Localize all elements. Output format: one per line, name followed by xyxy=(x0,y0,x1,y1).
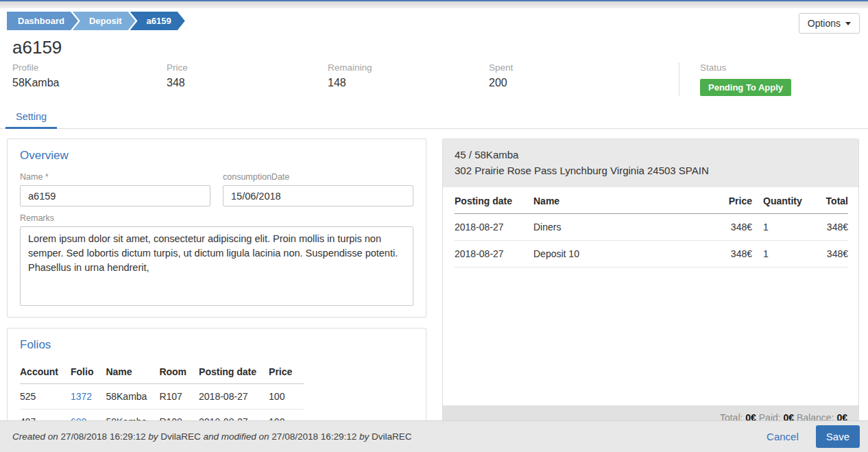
stat-spent-value: 200 xyxy=(489,77,679,89)
charges-table-row: 2018-08-27 Deposit 10 348€ 1 348€ xyxy=(455,240,848,267)
charges-panel-header: 45 / 58Kamba 302 Prairie Rose Pass Lynch… xyxy=(443,139,858,187)
audit-modified-prefix: and modified on xyxy=(204,431,269,442)
remarks-label: Remarks xyxy=(20,213,413,223)
stat-spent-label: Spent xyxy=(489,62,679,77)
remarks-field-group: Remarks Lorem ipsum dolor sit amet, cons… xyxy=(20,213,413,306)
folios-col-name: Name xyxy=(106,361,159,384)
charges-col-name: Name xyxy=(533,189,704,214)
charge-quantity: 1 xyxy=(752,213,806,240)
folios-col-folio: Folio xyxy=(71,361,106,384)
stat-status: Status Pending To Apply xyxy=(679,62,856,96)
folios-col-price: Price xyxy=(269,361,304,384)
breadcrumb-item-current: a6159 xyxy=(130,12,185,30)
charges-header-row: Posting date Name Price Quantity Total xyxy=(455,189,848,214)
charges-col-total: Total xyxy=(806,189,848,214)
charges-col-posting-date: Posting date xyxy=(455,189,533,214)
stat-remaining: Remaining 148 xyxy=(328,62,489,89)
charge-name: Deposit 10 xyxy=(533,240,704,267)
charge-price: 348€ xyxy=(704,213,752,240)
charge-name: Diners xyxy=(533,213,704,240)
charges-panel-spacer xyxy=(443,267,858,406)
charges-col-price: Price xyxy=(704,189,752,214)
folios-heading: Folios xyxy=(20,338,413,352)
charge-posting-date: 2018-08-27 xyxy=(455,240,533,267)
overview-card: Overview Name * consumptionDate Remarks … xyxy=(7,139,426,318)
stat-spent: Spent 200 xyxy=(489,62,679,89)
breadcrumb-row: Dashboard Deposit a6159 Options xyxy=(0,8,868,36)
stat-profile-label: Profile xyxy=(12,62,167,77)
folios-col-room: Room xyxy=(159,361,199,384)
status-badge: Pending To Apply xyxy=(700,79,791,96)
stat-remaining-label: Remaining xyxy=(328,62,489,77)
stat-remaining-value: 148 xyxy=(328,77,489,89)
breadcrumb: Dashboard Deposit a6159 xyxy=(7,12,860,30)
consumption-date-input[interactable] xyxy=(223,185,413,206)
status-label: Status xyxy=(700,62,856,77)
charges-table: Posting date Name Price Quantity Total 2… xyxy=(455,189,848,267)
audit-created-user: DvilaREC xyxy=(160,431,201,442)
stat-profile-value: 58Kamba xyxy=(12,77,167,89)
folios-header-row: Account Folio Name Room Posting date Pri… xyxy=(20,361,304,384)
charges-table-row: 2018-08-27 Diners 348€ 1 348€ xyxy=(455,213,848,240)
remarks-textarea[interactable]: Lorem ipsum dolor sit amet, consectetur … xyxy=(20,226,413,306)
folio-name: 58Kamba xyxy=(106,384,159,409)
overview-row-1: Name * consumptionDate xyxy=(20,172,413,206)
tab-bar: Setting xyxy=(0,106,868,129)
charge-total: 348€ xyxy=(806,240,848,267)
audit-by-word: by xyxy=(148,431,158,442)
folio-number-link[interactable]: 1372 xyxy=(71,391,92,402)
name-field-group: Name * xyxy=(20,172,210,206)
stat-price-label: Price xyxy=(167,62,328,77)
audit-text: Created on 27/08/2018 16:29:12 by DvilaR… xyxy=(12,431,767,442)
header-stats: Profile 58Kamba Price 348 Remaining 148 … xyxy=(0,62,868,96)
audit-modified-user: DvilaREC xyxy=(372,431,412,442)
stat-price-value: 348 xyxy=(167,77,328,89)
charges-panel: 45 / 58Kamba 302 Prairie Rose Pass Lynch… xyxy=(442,139,859,431)
charge-price: 348€ xyxy=(704,240,752,267)
charges-col-quantity: Quantity xyxy=(752,189,806,214)
top-chrome-strip xyxy=(0,0,868,8)
breadcrumb-item-dashboard[interactable]: Dashboard xyxy=(7,12,78,30)
audit-by-word: by xyxy=(359,431,369,442)
profile-reference: 45 / 58Kamba xyxy=(455,147,847,163)
name-field-label: Name * xyxy=(20,172,210,182)
right-column: 45 / 58Kamba 302 Prairie Rose Pass Lynch… xyxy=(442,139,859,431)
folio-posting-date: 2018-08-27 xyxy=(199,384,269,409)
folios-col-posting-date: Posting date xyxy=(199,361,269,384)
name-input[interactable] xyxy=(20,185,210,206)
audit-created-datetime: 27/08/2018 16:29:12 xyxy=(61,431,146,442)
folio-account: 525 xyxy=(20,384,71,409)
breadcrumb-item-deposit[interactable]: Deposit xyxy=(73,12,136,30)
deposit-detail-page: Dashboard Deposit a6159 Options a6159 Pr… xyxy=(0,0,868,452)
audit-created-prefix: Created on xyxy=(12,431,58,442)
consumption-date-field-group: consumptionDate xyxy=(223,172,413,206)
save-button[interactable]: Save xyxy=(816,425,860,448)
folio-room: R107 xyxy=(159,384,199,409)
left-column: Overview Name * consumptionDate Remarks … xyxy=(7,139,426,452)
options-button-label: Options xyxy=(808,18,841,29)
bottom-action-bar: Created on 27/08/2018 16:29:12 by DvilaR… xyxy=(0,420,868,452)
audit-modified-datetime: 27/08/2018 16:29:12 xyxy=(272,431,357,442)
profile-address: 302 Prairie Rose Pass Lynchburg Virginia… xyxy=(455,163,847,178)
page-title: a6159 xyxy=(0,36,868,62)
charge-posting-date: 2018-08-27 xyxy=(455,213,533,240)
folios-table-row: 525 1372 58Kamba R107 2018-08-27 100 xyxy=(20,384,304,409)
chevron-down-icon xyxy=(845,22,851,25)
tab-setting[interactable]: Setting xyxy=(5,106,57,129)
main-content: Overview Name * consumptionDate Remarks … xyxy=(0,129,868,452)
cancel-button[interactable]: Cancel xyxy=(767,431,799,442)
folios-col-account: Account xyxy=(20,361,71,384)
charge-quantity: 1 xyxy=(752,240,806,267)
stat-profile: Profile 58Kamba xyxy=(12,62,167,89)
stat-price: Price 348 xyxy=(167,62,328,89)
overview-heading: Overview xyxy=(20,149,413,163)
consumption-date-label: consumptionDate xyxy=(223,172,413,182)
options-button[interactable]: Options xyxy=(799,13,860,34)
folio-price: 100 xyxy=(269,384,304,409)
charge-total: 348€ xyxy=(806,213,848,240)
